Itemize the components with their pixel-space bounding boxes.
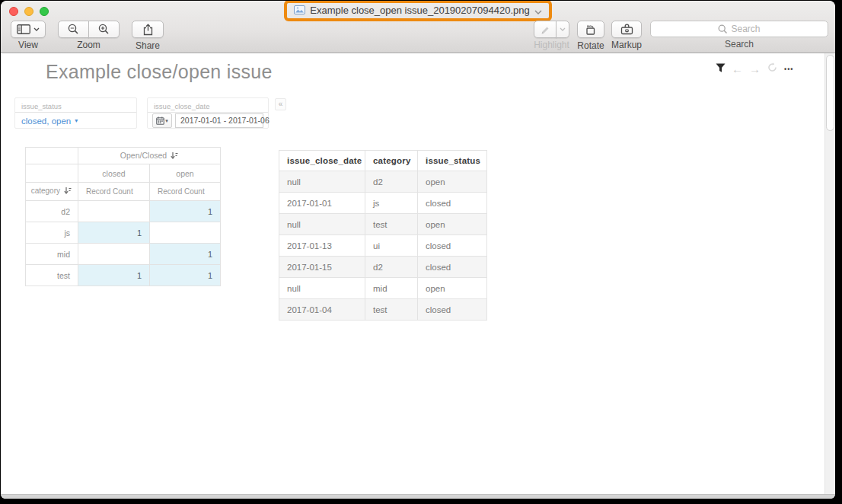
toolbar-group-markup: Markup xyxy=(611,21,642,50)
toolbar-group-search: Search Search xyxy=(650,21,828,49)
pivot-column-dimension-header: Open/Closed xyxy=(78,148,221,164)
scrollbar-thumb[interactable] xyxy=(826,55,834,131)
pivot-row-dimension-header: category xyxy=(26,183,78,201)
table-cell: test xyxy=(365,299,418,321)
highlight-label: Highlight xyxy=(534,40,569,50)
toolbar-group-zoom: Zoom xyxy=(58,21,120,50)
toolbar-group-view: View xyxy=(11,21,46,50)
back-arrow-icon[interactable]: ← xyxy=(732,63,743,75)
highlighter-pen-icon xyxy=(540,24,550,35)
search-icon xyxy=(718,24,728,34)
zoom-in-icon xyxy=(98,24,110,35)
more-options-icon[interactable]: ••• xyxy=(784,65,793,73)
rotate-label: Rotate xyxy=(577,40,604,51)
table-cell: d2 xyxy=(365,257,418,278)
forward-arrow-icon[interactable]: → xyxy=(749,63,761,75)
table-cell: ui xyxy=(365,235,418,257)
date-range-input[interactable]: 2017-01-01 - 2017-01-06 xyxy=(175,113,263,128)
zoom-out-button[interactable] xyxy=(58,21,89,38)
filter-status-value: closed, open xyxy=(21,116,71,126)
column-header: issue_close_date xyxy=(279,151,365,171)
table-cell: open xyxy=(418,278,487,299)
pivot-value-cell: 1 xyxy=(150,265,221,286)
report-title: Example close/open issue xyxy=(46,61,273,83)
sort-icon[interactable] xyxy=(171,152,178,161)
pivot-row: js 1 xyxy=(26,222,221,244)
table-cell: null xyxy=(279,171,365,193)
share-icon xyxy=(143,24,153,36)
markup-label: Markup xyxy=(611,40,642,50)
table-cell: test xyxy=(365,214,418,235)
close-button[interactable] xyxy=(9,7,18,16)
table-cell: 2017-01-15 xyxy=(279,257,365,278)
collapse-filters-button[interactable]: « xyxy=(275,98,286,110)
search-label: Search xyxy=(650,39,828,49)
table-cell: closed xyxy=(418,193,487,214)
filter-funnel-icon[interactable] xyxy=(716,62,726,76)
toolbar-group-share: Share xyxy=(132,21,164,51)
dropdown-arrow-icon: ▾ xyxy=(165,118,168,124)
pivot-metric-label: Record Count xyxy=(78,183,150,201)
report-toolbar-icons: ← → ••• xyxy=(716,62,793,76)
table-cell: open xyxy=(418,171,487,193)
screen-background: Example close_open issue_20190207094420.… xyxy=(0,0,842,504)
pivot-metric-row: category Record Count Record Count xyxy=(26,183,221,201)
share-label: Share xyxy=(132,40,164,51)
toolbar-group-highlight: Highlight xyxy=(534,21,569,50)
zoom-label: Zoom xyxy=(58,40,120,50)
fullscreen-button[interactable] xyxy=(40,7,49,16)
markup-button[interactable] xyxy=(611,21,642,38)
pivot-column-dimension-row: Open/Closed xyxy=(26,148,221,164)
filter-date-label: issue_close_date xyxy=(148,98,268,113)
table-cell: js xyxy=(365,193,418,214)
table-cell: mid xyxy=(365,278,418,299)
rotate-button[interactable] xyxy=(577,21,604,38)
pivot-value-cell xyxy=(78,201,150,222)
calendar-button[interactable]: ▾ xyxy=(152,113,172,128)
scrollbar-track[interactable] xyxy=(824,53,835,494)
pivot-category-cell: test xyxy=(26,265,78,286)
window-title: Example close_open issue_20190207094420.… xyxy=(310,5,529,16)
table-row: 2017-01-01 js closed xyxy=(279,193,487,214)
table-cell: null xyxy=(279,278,365,299)
minimize-button[interactable] xyxy=(24,7,33,16)
highlight-button[interactable] xyxy=(534,21,557,38)
refresh-icon[interactable] xyxy=(767,62,778,76)
zoom-in-button[interactable] xyxy=(88,21,120,38)
sort-icon[interactable] xyxy=(64,187,72,196)
table-cell: closed xyxy=(418,235,487,257)
chevron-down-icon xyxy=(33,27,40,31)
title-chevron-down-icon[interactable] xyxy=(534,4,542,18)
sidebar-icon xyxy=(17,24,30,34)
traffic-lights xyxy=(9,7,49,16)
data-table: issue_close_date category issue_status n… xyxy=(279,150,487,321)
table-row: 2017-01-04 test closed xyxy=(279,299,487,321)
view-button[interactable] xyxy=(11,21,46,38)
share-button[interactable] xyxy=(132,21,164,38)
pivot-value-cell: 1 xyxy=(150,244,221,265)
pivot-column-values-row: closed open xyxy=(26,164,221,183)
pivot-value-cell: 1 xyxy=(150,201,221,222)
filter-status-dropdown[interactable]: closed, open ▾ xyxy=(15,113,136,129)
filter-issue-status: issue_status closed, open ▾ xyxy=(14,97,137,129)
document-canvas: Example close/open issue ← → ••• issue_s… xyxy=(1,53,835,494)
highlight-menu-button[interactable] xyxy=(556,21,569,38)
titlebar: Example close_open issue_20190207094420.… xyxy=(1,1,835,18)
pivot-row: mid 1 xyxy=(26,244,221,265)
window-header: Example close_open issue_20190207094420.… xyxy=(1,1,835,53)
toolbar: View Zoom xyxy=(1,18,835,53)
search-placeholder: Search xyxy=(731,24,760,34)
table-cell: d2 xyxy=(365,171,418,193)
pivot-column-dimension-label: Open/Closed xyxy=(120,151,167,160)
pivot-row: d2 1 xyxy=(26,201,221,222)
pivot-value-cell xyxy=(150,222,221,244)
pivot-col-header-open: open xyxy=(150,164,221,183)
pivot-row-dimension-label: category xyxy=(31,187,60,195)
search-input[interactable]: Search xyxy=(650,21,828,37)
table-row: 2017-01-13 ui closed xyxy=(279,235,487,257)
table-row: null d2 open xyxy=(279,171,487,193)
pivot-table: Open/Closed closed open category Record … xyxy=(25,147,221,286)
pivot-value-cell: 1 xyxy=(78,222,150,244)
pivot-corner-cell xyxy=(26,164,78,183)
table-cell: 2017-01-01 xyxy=(279,193,365,214)
